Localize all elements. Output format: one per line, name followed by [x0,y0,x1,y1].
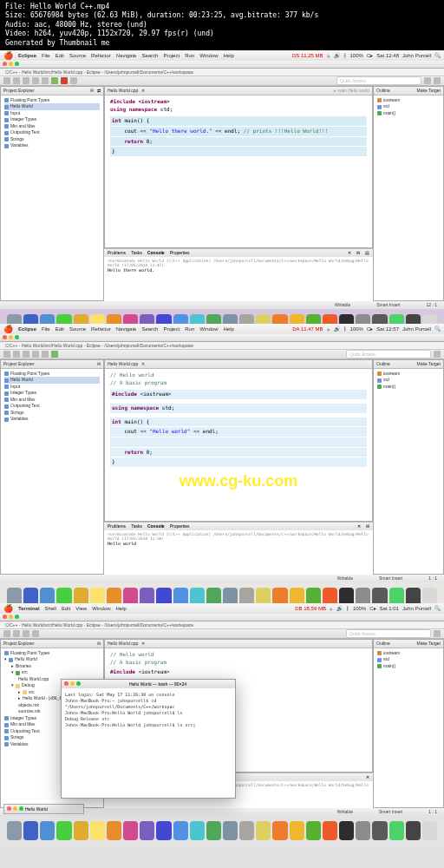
dock-app-icon[interactable] [140,821,154,840]
dock-app-icon[interactable] [239,821,254,840]
dock-app-icon[interactable] [256,821,271,840]
spotlight-icon[interactable]: 🔍 [434,52,441,58]
screenshot-2: 🍎 Eclipse File Edit Source Refactor Navi… [0,324,444,603]
console-tab[interactable]: Console [147,250,165,255]
dock-app-icon[interactable] [173,821,188,840]
dock-app-icon[interactable] [323,821,337,840]
app-menu[interactable]: Eclipse [18,53,36,58]
bluetooth-icon[interactable]: ᛒ [343,53,347,58]
dock-app-icon[interactable] [23,821,38,840]
dock-app-icon[interactable] [223,821,238,840]
dock-app-icon[interactable] [290,821,304,840]
dock-app-icon[interactable] [272,821,287,840]
volume-icon[interactable]: 🔊 [334,52,340,58]
editor-tab[interactable]: Hello World.cpp [108,88,138,93]
menu-file[interactable]: File [42,53,50,58]
outline-view[interactable]: OutlineMake Target iostream std main() [373,86,444,301]
menu-edit[interactable]: Edit [56,53,64,58]
dock-app-icon[interactable] [123,821,138,840]
screenshot-1: 🍎 Eclipse File Edit Source Refactor Navi… [0,50,444,324]
dock-app-icon[interactable] [56,821,71,840]
dock-app-icon[interactable] [90,821,105,840]
link-icon[interactable]: ⇄ [97,88,101,93]
window-titlebar[interactable] [0,61,444,69]
dock-app-icon[interactable] [422,821,437,840]
eclipse-window: C/C++ - Hello World/src/Hello World.cpp … [0,61,444,309]
minimized-window[interactable]: Hello World [3,804,84,814]
status-bar: WritableSmart Insert12 : 1 [0,301,444,309]
close-icon[interactable] [3,62,7,66]
dock-app-icon[interactable] [356,821,370,840]
dock-app-icon[interactable] [306,821,321,840]
collapse-icon[interactable]: ⊟ [90,88,94,93]
project-explorer-tab[interactable]: Project Explorer [3,88,35,93]
code-editor[interactable]: #include <iostream> using namespace std;… [105,95,372,247]
dock-app-icon[interactable] [190,821,205,840]
wifi-icon[interactable]: ⏚ [327,53,330,58]
video-metadata: File: Hello World C++.mp4 Size: 65676984… [0,0,444,50]
dock-app-icon[interactable] [389,821,404,840]
console-view[interactable]: Problems Tasks Console Properties ✕⊟▤ <t… [104,248,373,301]
project-explorer-view[interactable]: Project Explorer⊟⇄ Floating Point Types … [0,86,104,301]
tab-close-icon[interactable]: ✕ [141,88,145,93]
dock-app-icon[interactable] [107,821,121,840]
dock-app-icon[interactable] [156,821,171,840]
mac-menubar[interactable]: 🍎 Eclipse File Edit Source Refactor Navi… [0,50,444,61]
terminal-window[interactable]: Hello World — bash — 80×24 Last login: S… [61,679,236,799]
dock-app-icon[interactable] [339,821,354,840]
dock-app-icon[interactable] [206,821,221,840]
quick-access[interactable]: Quick Access [336,76,421,85]
breadcrumb: C/C++ - Hello World/src/Hello World.cpp … [0,69,444,76]
dock-app-icon[interactable] [74,821,88,840]
terminal-output[interactable]: Last login: Sat May 17 11:26:30 on conso… [62,688,235,798]
editor-area: Hello World.cpp✕▸ main Hello world #incl… [104,86,373,301]
dock-app-icon[interactable] [406,821,421,840]
minimize-icon[interactable] [9,62,13,66]
apple-icon[interactable]: 🍎 [3,51,13,60]
toolbar[interactable]: Quick Access [0,76,444,86]
status-icons: DS 11,25 MB ⏚ 🔊 ᛒ 100% C▸ Sat 12:48 John… [292,52,441,58]
screenshot-3: 🍎 Terminal Shell Edit View Window Help D… [0,603,444,868]
dock-app-icon[interactable] [7,821,22,840]
properties-tab[interactable]: Properties [170,250,190,255]
zoom-icon[interactable] [15,62,19,66]
dock-app-icon[interactable] [372,821,387,840]
workbench: Project Explorer⊟⇄ Floating Point Types … [0,86,444,301]
dock-app-icon[interactable] [40,821,55,840]
tasks-tab[interactable]: Tasks [131,250,142,255]
problems-tab[interactable]: Problems [108,250,126,255]
